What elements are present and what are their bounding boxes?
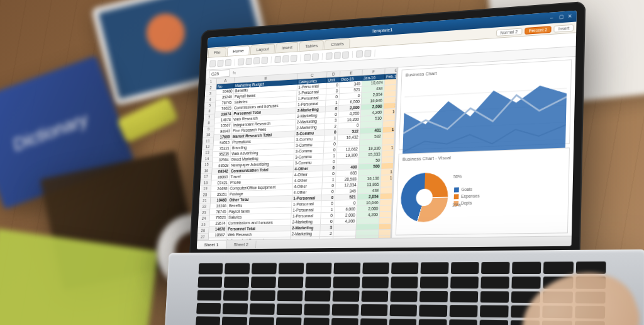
key[interactable]: [334, 263, 360, 274]
key[interactable]: [224, 277, 249, 288]
menu-tab-charts[interactable]: Charts: [325, 38, 350, 50]
copy-icon[interactable]: [225, 59, 231, 66]
key[interactable]: [360, 319, 387, 325]
fx-icon[interactable]: fx: [233, 70, 236, 75]
cell[interactable]: [357, 218, 380, 224]
row-number[interactable]: 19: [200, 186, 211, 192]
minimize-icon[interactable]: –: [550, 14, 557, 21]
key[interactable]: [303, 317, 330, 325]
key[interactable]: [450, 277, 479, 288]
key[interactable]: [512, 262, 541, 274]
key[interactable]: [223, 304, 248, 315]
key[interactable]: [420, 277, 448, 288]
close-icon[interactable]: ✕: [568, 13, 574, 20]
key[interactable]: [361, 290, 388, 302]
key[interactable]: [419, 305, 447, 317]
key[interactable]: [480, 305, 509, 318]
key[interactable]: [277, 290, 303, 302]
cell[interactable]: 14678: [209, 226, 227, 232]
row-number[interactable]: 21: [199, 198, 211, 204]
key[interactable]: [248, 317, 274, 325]
percent-icon[interactable]: [334, 52, 341, 59]
row-number[interactable]: 18: [200, 180, 211, 186]
sheet-tab-2[interactable]: Sheet 2: [226, 241, 257, 249]
key[interactable]: [512, 277, 541, 288]
cell[interactable]: 76023: [209, 215, 228, 221]
key[interactable]: [479, 320, 508, 325]
cell[interactable]: 4,200: [334, 219, 357, 225]
key[interactable]: [225, 263, 250, 275]
cell[interactable]: 1: [321, 207, 335, 213]
menu-tab-tables[interactable]: Tables: [299, 40, 325, 51]
row-number[interactable]: 17: [201, 174, 212, 180]
currency-icon[interactable]: [342, 51, 349, 59]
key[interactable]: [196, 303, 221, 314]
key[interactable]: [360, 304, 387, 316]
cell[interactable]: 0: [322, 183, 336, 189]
key[interactable]: [199, 263, 223, 275]
cell[interactable]: 3: [320, 225, 334, 231]
spreadsheet-area[interactable]: 1234567891011121314151617181920212223242…: [197, 67, 397, 240]
sort-icon[interactable]: [356, 50, 363, 57]
key[interactable]: [197, 290, 221, 301]
key[interactable]: [304, 290, 331, 302]
row-number[interactable]: 25: [198, 222, 209, 228]
row-number[interactable]: 27: [197, 234, 209, 240]
key[interactable]: [304, 304, 330, 316]
menu-tab-layout[interactable]: Layout: [250, 43, 275, 54]
row-number[interactable]: 16: [201, 168, 212, 174]
cell-reference-box[interactable]: G25: [209, 69, 230, 78]
key[interactable]: [390, 290, 418, 302]
key[interactable]: [449, 305, 477, 317]
key[interactable]: [481, 262, 510, 274]
number-format-icon[interactable]: [326, 52, 333, 60]
cell[interactable]: [356, 224, 379, 231]
row-number[interactable]: 20: [199, 191, 211, 198]
cell[interactable]: 0: [321, 195, 335, 201]
cell[interactable]: [356, 230, 379, 236]
key[interactable]: [276, 304, 302, 315]
key[interactable]: [197, 277, 222, 288]
key[interactable]: [250, 277, 275, 288]
cell[interactable]: 0: [322, 189, 336, 195]
key[interactable]: [279, 263, 304, 274]
key[interactable]: [196, 316, 220, 325]
align-center-icon[interactable]: [282, 55, 289, 62]
key[interactable]: [450, 262, 479, 274]
key[interactable]: [362, 277, 389, 288]
cut-icon[interactable]: [217, 59, 223, 66]
key[interactable]: [362, 263, 389, 274]
key[interactable]: [249, 304, 275, 315]
key[interactable]: [222, 317, 247, 325]
key[interactable]: [252, 263, 277, 274]
italic-icon[interactable]: [245, 57, 252, 64]
key[interactable]: [448, 319, 477, 325]
sheet-tab-1[interactable]: Sheet 1: [197, 241, 226, 248]
key[interactable]: [419, 290, 447, 302]
key[interactable]: [275, 317, 301, 325]
maximize-icon[interactable]: ▢: [559, 14, 565, 21]
row-number[interactable]: 22: [199, 203, 210, 210]
data-rows[interactable]: 10460Benefits1-Personnal034510,674154352…: [208, 79, 396, 244]
key[interactable]: [305, 277, 331, 288]
cell[interactable]: 0: [321, 213, 335, 219]
key[interactable]: [391, 277, 418, 288]
cell[interactable]: [334, 224, 357, 231]
bold-icon[interactable]: [238, 58, 244, 65]
align-left-icon[interactable]: [274, 55, 281, 63]
key[interactable]: [306, 263, 332, 274]
key[interactable]: [223, 290, 248, 301]
key[interactable]: [421, 262, 448, 274]
underline-icon[interactable]: [253, 57, 260, 64]
font-color-icon[interactable]: [261, 57, 268, 64]
cell[interactable]: 23674: [209, 220, 228, 227]
row-number[interactable]: 23: [199, 210, 210, 216]
row-number[interactable]: 24: [198, 215, 209, 222]
key[interactable]: [250, 290, 275, 301]
cell[interactable]: [333, 231, 356, 237]
borders-icon[interactable]: [312, 53, 319, 60]
cell[interactable]: 2: [320, 231, 334, 237]
cell[interactable]: 0: [321, 201, 335, 207]
fill-color-icon[interactable]: [304, 54, 311, 61]
key[interactable]: [389, 305, 417, 317]
